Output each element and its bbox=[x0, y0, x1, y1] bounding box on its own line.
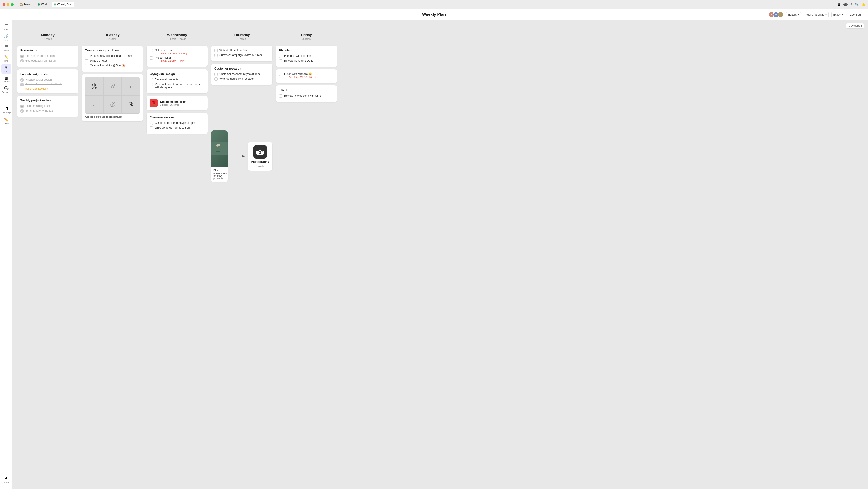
sidebar-item-column[interactable]: ▥ Column bbox=[1, 74, 11, 84]
item-text: Plan remaining tasks bbox=[25, 104, 51, 108]
tuesday-count: 2 cards bbox=[82, 37, 143, 40]
sidebar-item-todo[interactable]: ☰ To-do bbox=[1, 43, 11, 53]
sidebar-item-more[interactable]: ··· bbox=[1, 95, 11, 105]
svg-point-11 bbox=[262, 151, 263, 152]
topbar: Weekly Plan E D C Editors ▾ Publish & sh… bbox=[0, 9, 868, 20]
checkbox[interactable] bbox=[150, 126, 153, 130]
item-text: Write up notes from research bbox=[155, 126, 190, 129]
item-text: Celebration drinks @ 5pm 🎉 bbox=[90, 64, 126, 67]
checkbox[interactable] bbox=[279, 55, 282, 58]
checkbox[interactable]: ✓ bbox=[20, 109, 24, 113]
card-sea-of-roses[interactable]: 🌹 Sea of Roses brief 1 board, 15 cards bbox=[147, 96, 208, 110]
close-button[interactable] bbox=[3, 3, 5, 6]
list-item: Review the team's work bbox=[279, 59, 334, 62]
photography-item[interactable]: Photography 0 cards bbox=[248, 142, 272, 171]
canvas[interactable]: 0 Unsorted Monday 3 cards Presentation ✓… bbox=[13, 20, 868, 489]
tab-home-label: Home bbox=[24, 3, 31, 6]
list-item: Present new product ideas to team bbox=[85, 54, 140, 58]
camera-icon bbox=[253, 145, 267, 159]
tab-work[interactable]: Work bbox=[35, 2, 50, 7]
sidebar-item-comment[interactable]: 💬 Comment bbox=[1, 85, 11, 95]
friday-divider bbox=[276, 42, 337, 43]
list-item: Lunch with Michelle 😊 Due 1 Apr 2022 (12… bbox=[279, 73, 334, 79]
item-text: Customer research Skype at 1pm bbox=[219, 73, 260, 76]
help-icon[interactable]: ? bbox=[850, 3, 852, 6]
home-icon: 🏠 bbox=[20, 3, 23, 6]
item-text: Send to the team for feedback bbox=[25, 83, 62, 86]
column-monday: Monday 3 cards Presentation ✓ Prepare fo… bbox=[17, 33, 78, 119]
list-item: Review all products bbox=[150, 78, 205, 81]
checkbox[interactable] bbox=[150, 49, 153, 52]
zoom-out-button[interactable]: Zoom out bbox=[848, 12, 864, 18]
checkbox[interactable]: ✓ bbox=[20, 78, 24, 82]
zoom-label: Zoom out bbox=[850, 13, 862, 16]
sidebar-item-draw[interactable]: ✏️ Draw bbox=[1, 116, 11, 126]
sidebar-item-trash[interactable]: 🗑 Trash bbox=[1, 476, 11, 485]
sidebar-item-line[interactable]: ✏️ Line bbox=[1, 53, 11, 63]
list-item: Write draft brief for Canza bbox=[214, 49, 269, 52]
monday-divider bbox=[17, 42, 78, 43]
export-label: Export bbox=[833, 13, 841, 16]
checkbox[interactable]: ✓ bbox=[20, 83, 24, 86]
chevron-down-icon: ▾ bbox=[842, 13, 843, 16]
due-date: Due 30 Mar 2022 (8:30am) bbox=[160, 52, 187, 55]
checkbox[interactable] bbox=[279, 73, 282, 76]
bell-icon[interactable]: 🔔 bbox=[862, 3, 865, 6]
checkbox[interactable] bbox=[279, 59, 282, 62]
checkbox[interactable] bbox=[150, 121, 153, 125]
card-launch-poster: Launch party poster ✓ Finalise poster de… bbox=[17, 69, 78, 93]
card-styleguide: Styleguide design Review all products Ma… bbox=[147, 69, 208, 93]
checkbox[interactable] bbox=[214, 49, 218, 52]
fullscreen-button[interactable] bbox=[11, 3, 13, 6]
board-meta: 1 board, 15 cards bbox=[160, 104, 186, 106]
unsorted-button[interactable]: 0 Unsorted bbox=[846, 23, 864, 29]
svg-rect-0 bbox=[211, 142, 227, 155]
checkbox[interactable] bbox=[279, 94, 282, 97]
checkbox[interactable] bbox=[150, 56, 153, 60]
checkbox[interactable] bbox=[150, 83, 153, 86]
editors-button[interactable]: Editors ▾ bbox=[786, 12, 801, 18]
checkbox[interactable]: ✓ bbox=[20, 55, 24, 58]
logo-cell: 𝑅 bbox=[103, 77, 122, 95]
list-item: Coffee with Joe Due 30 Mar 2022 (8:30am) bbox=[150, 49, 205, 55]
item-text: Finalise poster design bbox=[25, 78, 52, 81]
item-text: Summer Campaign review at 11am bbox=[219, 53, 262, 57]
checkbox[interactable]: ✓ bbox=[20, 59, 24, 62]
thursday-header: Thursday 2 cards bbox=[211, 33, 272, 40]
item-text: Coffee with Joe bbox=[155, 49, 174, 52]
card-xbank-title: xBank bbox=[279, 88, 334, 92]
checkbox[interactable] bbox=[85, 59, 88, 62]
tab-home[interactable]: 🏠 Home bbox=[17, 2, 34, 7]
card-presentation: Presentation ✓ Prepare for presentation … bbox=[17, 46, 78, 67]
checkbox[interactable]: ✓ bbox=[20, 105, 24, 108]
thursday-count: 2 cards bbox=[211, 37, 272, 40]
weekly-plan-dot bbox=[54, 3, 56, 6]
checkbox[interactable] bbox=[150, 78, 153, 81]
sidebar-add-image-label: Add image bbox=[1, 112, 11, 114]
sidebar-item-link[interactable]: 🔗 Link bbox=[1, 33, 11, 42]
thursday-title: Thursday bbox=[211, 33, 272, 37]
main-layout: ☰ Note 🔗 Link ☰ To-do ✏️ Line ⊞ Board ▥ … bbox=[0, 20, 868, 489]
checkbox[interactable] bbox=[85, 55, 88, 58]
sidebar-item-note[interactable]: ☰ Note bbox=[1, 22, 11, 32]
list-item: ✓ Send update to the team bbox=[20, 109, 75, 113]
item-text: Project kickoff bbox=[155, 56, 172, 59]
arrow-connector bbox=[230, 153, 246, 160]
checkbox[interactable] bbox=[214, 73, 218, 76]
minimize-button[interactable] bbox=[7, 3, 9, 6]
notif-count[interactable]: 21 bbox=[843, 3, 848, 6]
item-text: Present new product ideas to team bbox=[90, 54, 132, 58]
sidebar-item-board[interactable]: ⊞ Board bbox=[1, 64, 11, 74]
checkbox[interactable] bbox=[214, 54, 218, 57]
checkbox[interactable] bbox=[85, 64, 88, 67]
export-button[interactable]: Export ▾ bbox=[831, 12, 845, 18]
friday-header: Friday 3 cards bbox=[276, 33, 337, 40]
sidebar-item-add-image[interactable]: 🖼 Add image bbox=[1, 106, 11, 115]
publish-share-button[interactable]: Publish & share ▾ bbox=[804, 12, 829, 18]
tab-weekly-plan[interactable]: Weekly Plan bbox=[52, 2, 74, 7]
item-text: Write up notes from research bbox=[219, 77, 254, 80]
search-icon[interactable]: 🔍 bbox=[855, 3, 859, 6]
card-thursday-1: Write draft brief for Canza Summer Campa… bbox=[211, 46, 272, 61]
checkbox[interactable] bbox=[214, 78, 218, 81]
list-item: Write up notes from research bbox=[214, 77, 269, 81]
